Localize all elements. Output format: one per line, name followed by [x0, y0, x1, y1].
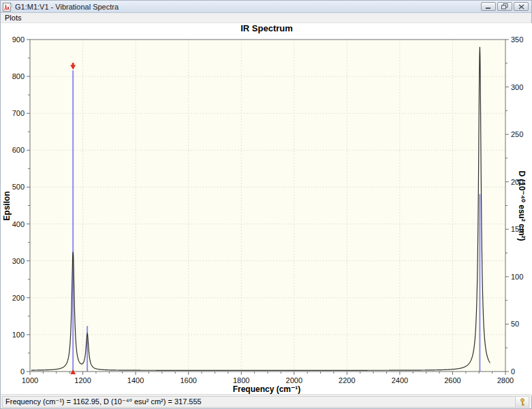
menu-bar: Plots [1, 13, 531, 23]
svg-text:2200: 2200 [339, 376, 355, 384]
restore-button[interactable] [497, 2, 512, 11]
close-button[interactable] [514, 2, 529, 11]
menu-item-plots[interactable]: Plots [1, 13, 25, 22]
svg-text:350: 350 [511, 35, 523, 44]
svg-text:1600: 1600 [180, 376, 196, 384]
svg-text:900: 900 [12, 35, 25, 44]
status-icon-button[interactable] [515, 396, 529, 408]
svg-text:250: 250 [511, 130, 523, 138]
status-readout: Frequency (cm⁻¹) = 1162.95, D (10⁻⁴⁰ esu… [2, 396, 517, 408]
svg-text:2800: 2800 [497, 376, 514, 384]
svg-text:1800: 1800 [233, 376, 249, 384]
svg-text:400: 400 [12, 220, 25, 228]
svg-text:100: 100 [511, 273, 523, 281]
svg-text:2000: 2000 [286, 376, 302, 384]
minimize-icon [485, 4, 492, 10]
svg-text:500: 500 [12, 183, 25, 191]
svg-text:300: 300 [12, 257, 25, 265]
app-icon [3, 2, 12, 11]
window-controls [481, 2, 529, 11]
svg-text:600: 600 [12, 146, 25, 154]
svg-text:50: 50 [511, 320, 519, 328]
svg-text:2600: 2600 [444, 376, 460, 384]
svg-text:1200: 1200 [74, 376, 91, 384]
window-title: G1:M1:V1 - Vibrational Spectra [15, 3, 119, 11]
restore-icon [501, 3, 508, 10]
status-key-icon [519, 398, 526, 406]
ir-spectrum-plot[interactable]: 1000120014001600180020002200240026002800… [1, 23, 532, 395]
svg-text:300: 300 [511, 83, 523, 91]
minimize-button[interactable] [481, 2, 496, 11]
svg-text:100: 100 [12, 331, 25, 339]
y-axis-label-right: D (10⁻⁴⁰ esu² cm²) [517, 170, 527, 241]
title-bar[interactable]: G1:M1:V1 - Vibrational Spectra [1, 1, 531, 13]
y-axis-label-left: Epsilon [2, 191, 12, 220]
plot-background [30, 40, 505, 372]
svg-text:1000: 1000 [22, 376, 38, 384]
svg-text:2400: 2400 [392, 376, 408, 384]
status-bar: Frequency (cm⁻¹) = 1162.95, D (10⁻⁴⁰ esu… [1, 394, 531, 408]
svg-text:700: 700 [12, 109, 25, 117]
chart-area: IR Spectrum 1000120014001600180020002200… [1, 23, 532, 395]
svg-text:0: 0 [20, 367, 25, 376]
app-window: G1:M1:V1 - Vibrational Spectra Plots [0, 0, 532, 409]
x-axis-label: Frequency (cm⁻¹) [1, 384, 532, 394]
svg-text:800: 800 [12, 72, 25, 80]
svg-text:200: 200 [12, 294, 25, 302]
svg-text:0: 0 [511, 367, 515, 376]
svg-text:1400: 1400 [127, 376, 144, 384]
close-icon [518, 4, 525, 10]
